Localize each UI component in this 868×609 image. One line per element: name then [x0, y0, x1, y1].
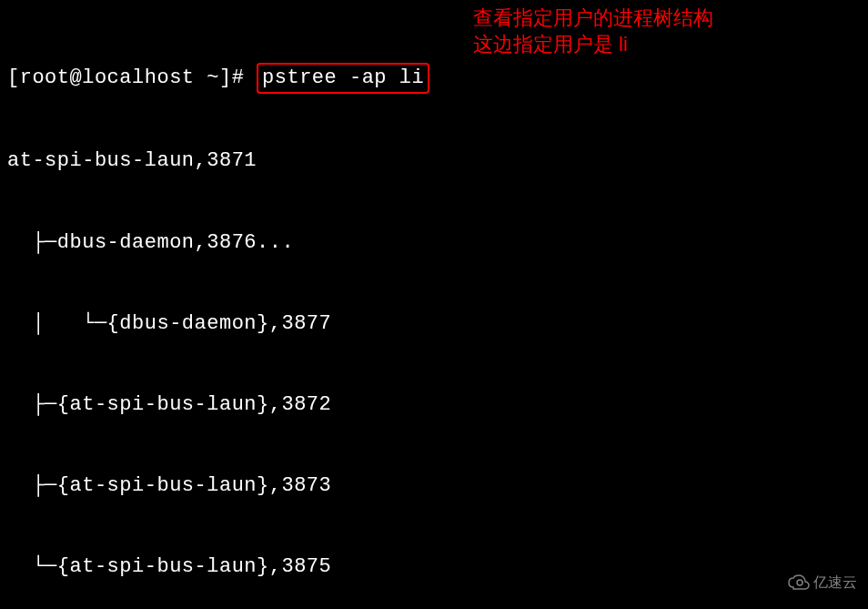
output-line: at-spi-bus-laun,3871 [7, 147, 861, 175]
output-line: ├─dbus-daemon,3876... [7, 229, 861, 257]
annotation-line-1: 查看指定用户的进程树结构 [473, 5, 713, 32]
output-line: └─{at-spi-bus-laun},3875 [7, 553, 861, 581]
output-line: │ └─{dbus-daemon},3877 [7, 310, 861, 338]
watermark-text: 亿速云 [813, 573, 857, 593]
terminal-output: [root@localhost ~]# pstree -ap li at-spi… [7, 9, 861, 609]
svg-point-0 [797, 580, 802, 585]
highlighted-command: pstree -ap li [257, 63, 429, 94]
cloud-icon [788, 574, 810, 591]
shell-prompt: [root@localhost ~]# [7, 66, 257, 89]
output-line: ├─{at-spi-bus-laun},3872 [7, 391, 861, 419]
command-prompt-line: [root@localhost ~]# pstree -ap li [7, 63, 861, 94]
output-line: ├─{at-spi-bus-laun},3873 [7, 472, 861, 500]
watermark: 亿速云 [788, 573, 857, 593]
annotation-line-2: 这边指定用户是 li [473, 32, 713, 58]
annotation-text: 查看指定用户的进程树结构 这边指定用户是 li [473, 5, 713, 57]
